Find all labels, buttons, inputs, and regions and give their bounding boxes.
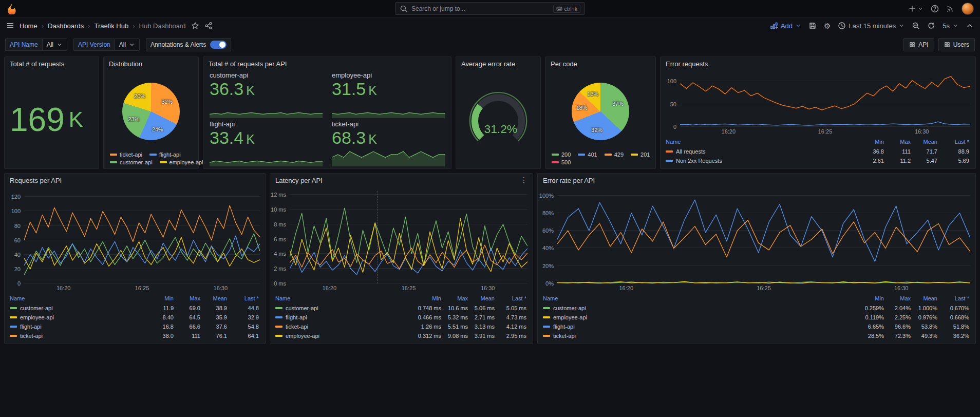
time-range-picker[interactable]: Last 15 minutes xyxy=(838,22,904,30)
legend-series-name[interactable]: Non 2xx Requests xyxy=(666,158,858,164)
legend-table-row[interactable]: ticket-api1.26 ms5.51 ms3.13 ms4.12 ms xyxy=(275,322,527,331)
legend-item[interactable]: customer-api xyxy=(110,159,153,165)
annotations-toggle[interactable]: Annotations & Alerts xyxy=(146,38,231,51)
legend-column-mean[interactable]: Mean xyxy=(201,295,228,301)
pie-circle[interactable]: 32%24%23%20% xyxy=(122,83,180,140)
legend-table-row[interactable]: Non 2xx Requests2.6111.25.475.69 xyxy=(666,156,970,165)
legend-column-mean[interactable]: Mean xyxy=(912,295,938,301)
panel-title[interactable]: Per code xyxy=(545,57,655,70)
dashboard-settings-icon[interactable]: ⚙ xyxy=(824,22,831,30)
refresh-icon[interactable] xyxy=(927,22,935,30)
legend-table-row[interactable]: ticket-api28.5%72.3%49.3%36.2% xyxy=(543,331,970,340)
legend-column-name[interactable]: Name xyxy=(275,295,416,301)
legend-series-name[interactable]: flight-api xyxy=(10,324,148,330)
panel-title[interactable]: Latency per API xyxy=(270,174,533,187)
legend-column-last[interactable]: Last * xyxy=(496,295,527,301)
legend-series-name[interactable]: employee-api xyxy=(275,333,416,339)
legend-column-last[interactable]: Last * xyxy=(938,295,970,301)
plot-area[interactable] xyxy=(24,191,260,283)
legend-item[interactable]: 500 xyxy=(552,159,571,165)
legend-column-min[interactable]: Min xyxy=(858,295,885,301)
legend-table-row[interactable]: All requests36.811171.788.9 xyxy=(666,147,970,156)
distribution-pie-chart[interactable]: 32%24%23%20%ticket-apiflight-apicustomer… xyxy=(104,70,198,168)
legend-series-name[interactable]: ticket-api xyxy=(543,333,858,339)
panel-title[interactable]: Error requests xyxy=(661,57,975,70)
legend-series-name[interactable]: customer-api xyxy=(10,305,148,311)
zoom-out-icon[interactable] xyxy=(912,22,920,30)
legend-column-min[interactable]: Min xyxy=(416,295,442,301)
legend-column-max[interactable]: Max xyxy=(885,295,912,301)
legend-column-name[interactable]: Name xyxy=(543,295,858,301)
share-icon[interactable] xyxy=(204,22,213,30)
legend-table-row[interactable]: flight-api16.866.637.654.8 xyxy=(10,322,260,331)
legend-series-name[interactable]: flight-api xyxy=(275,314,416,320)
legend-column-min[interactable]: Min xyxy=(858,139,885,145)
add-panel-button[interactable]: Add xyxy=(770,22,801,30)
favorite-star-icon[interactable] xyxy=(191,22,199,30)
legend-column-min[interactable]: Min xyxy=(148,295,175,301)
panel-title[interactable]: Total # of requests per API xyxy=(203,57,451,70)
legend-column-name[interactable]: Name xyxy=(666,139,858,145)
legend-table-row[interactable]: flight-api0.466 ms5.32 ms2.71 ms4.73 ms xyxy=(275,313,527,322)
legend-column-mean[interactable]: Mean xyxy=(912,139,938,145)
legend-item[interactable]: 401 xyxy=(578,151,597,158)
legend-table-row[interactable]: employee-api0.312 ms9.08 ms3.91 ms2.95 m… xyxy=(275,331,527,340)
legend-item[interactable]: 200 xyxy=(552,151,571,158)
panel-menu-icon[interactable]: ⋮ xyxy=(518,176,530,184)
breadcrumb-item[interactable]: Hub Dashboard xyxy=(139,22,186,30)
legend-table-row[interactable]: customer-api11.969.038.944.8 xyxy=(10,304,260,313)
breadcrumb-item[interactable]: Traefik Hub xyxy=(94,22,128,30)
legend-table-row[interactable]: ticket-api38.011176.164.1 xyxy=(10,331,260,340)
pie-circle[interactable]: 37%32%18%13% xyxy=(572,83,629,140)
legend-series-name[interactable]: All requests xyxy=(666,148,858,155)
legend-series-name[interactable]: employee-api xyxy=(543,314,858,320)
api-name-variable[interactable]: API Name All xyxy=(5,39,67,51)
legend-column-mean[interactable]: Mean xyxy=(469,295,496,301)
legend-series-name[interactable]: ticket-api xyxy=(10,333,148,339)
api-view-button[interactable]: API xyxy=(903,38,934,51)
help-icon[interactable] xyxy=(931,5,939,13)
legend-series-name[interactable]: employee-api xyxy=(10,314,148,320)
requests-per-api-chart[interactable]: 02040608010012016:2016:2516:30NameMinMax… xyxy=(5,187,265,344)
user-avatar[interactable] xyxy=(962,3,974,15)
save-dashboard-icon[interactable] xyxy=(808,22,817,30)
legend-item[interactable]: 201 xyxy=(631,151,650,158)
plot-area[interactable] xyxy=(290,191,527,283)
error-rate-per-api-chart[interactable]: 0%20%40%60%80%100%16:2016:2516:30NameMin… xyxy=(538,187,975,344)
legend-item[interactable]: ticket-api xyxy=(110,151,142,158)
legend-column-max[interactable]: Max xyxy=(885,139,912,145)
legend-item[interactable]: 429 xyxy=(605,151,624,158)
news-rss-icon[interactable] xyxy=(946,5,954,13)
legend-column-max[interactable]: Max xyxy=(175,295,201,301)
api-name-dropdown[interactable]: All xyxy=(42,39,67,51)
legend-series-name[interactable]: customer-api xyxy=(543,305,858,311)
breadcrumb-item[interactable]: Dashboards xyxy=(48,22,84,30)
latency-per-api-chart[interactable]: 0 ms2 ms4 ms6 ms8 ms10 ms12 ms16:2016:25… xyxy=(270,187,533,344)
users-view-button[interactable]: Users xyxy=(938,38,975,51)
per-code-pie-chart[interactable]: 37%32%18%13%200401429201500 xyxy=(545,70,655,168)
menu-toggle-icon[interactable] xyxy=(6,22,14,30)
breadcrumb-item[interactable]: Home xyxy=(20,22,37,30)
grafana-logo[interactable] xyxy=(6,3,17,14)
legend-table-row[interactable]: customer-api0.259%2.04%1.000%0.670% xyxy=(543,304,970,313)
legend-table-row[interactable]: employee-api0.119%2.25%0.976%0.668% xyxy=(543,313,970,322)
panel-title[interactable]: Distribution xyxy=(104,57,198,70)
panel-title[interactable]: Total # of requests xyxy=(5,57,99,70)
panel-title[interactable]: Requests per API xyxy=(5,174,265,187)
legend-series-name[interactable]: flight-api xyxy=(543,324,858,330)
new-menu-button[interactable] xyxy=(908,5,924,13)
api-version-variable[interactable]: API Version All xyxy=(73,39,140,51)
legend-series-name[interactable]: ticket-api xyxy=(275,324,416,330)
legend-column-name[interactable]: Name xyxy=(10,295,148,301)
legend-column-last[interactable]: Last * xyxy=(938,139,970,145)
search-input[interactable]: Search or jump to... ctrl+k xyxy=(395,2,585,15)
legend-series-name[interactable]: customer-api xyxy=(275,305,416,311)
panel-title[interactable]: Average error rate xyxy=(456,57,540,70)
legend-column-max[interactable]: Max xyxy=(442,295,469,301)
panel-title[interactable]: Error rate per API xyxy=(538,174,975,187)
toggle-switch[interactable] xyxy=(210,41,227,49)
legend-table-row[interactable]: flight-api6.65%96.6%53.8%51.8% xyxy=(543,322,970,331)
plot-area[interactable] xyxy=(680,74,970,127)
legend-table-row[interactable]: employee-api8.4064.535.932.9 xyxy=(10,313,260,322)
plot-area[interactable] xyxy=(557,191,970,283)
